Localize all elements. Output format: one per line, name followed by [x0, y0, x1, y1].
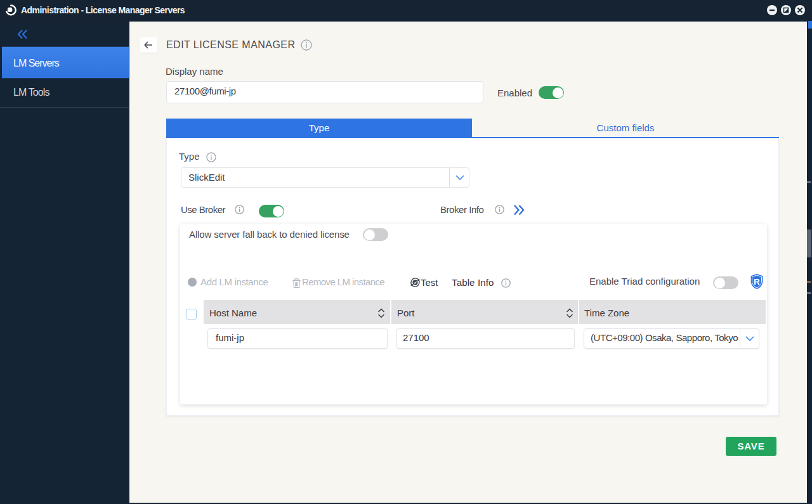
svg-text:R: R: [754, 277, 760, 287]
